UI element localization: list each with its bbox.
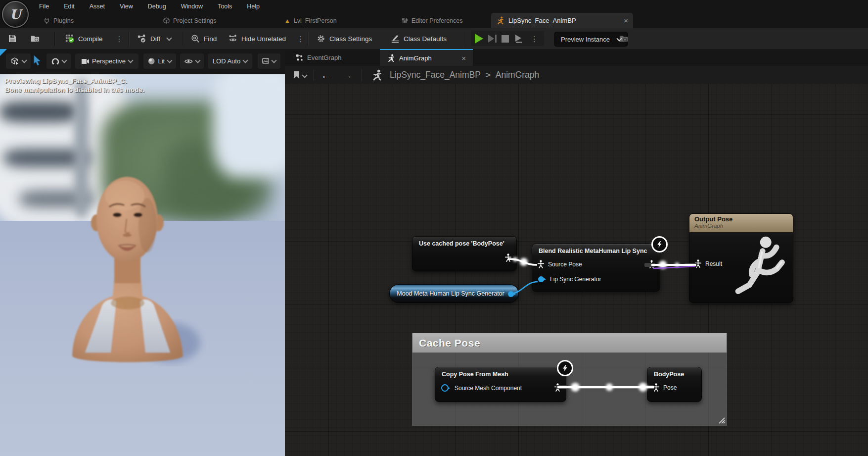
node-blend-metahuman-lipsync[interactable]: Blend Realistic MetaHuman Lip Sync Sourc… xyxy=(532,244,660,292)
node-subtitle: AnimGraph xyxy=(694,223,788,229)
show-flags-dropdown[interactable] xyxy=(180,53,204,69)
menu-window[interactable]: Window xyxy=(174,0,210,13)
breadcrumb-root[interactable]: LipSync_Face_AnimBP xyxy=(390,70,481,80)
lit-mode-dropdown[interactable]: Lit xyxy=(143,53,176,69)
perspective-dropdown[interactable]: Perspective xyxy=(75,53,138,69)
node-header: Output Pose AnimGraph xyxy=(689,214,793,232)
menu-tools[interactable]: Tools xyxy=(210,0,239,13)
toolbar-separator xyxy=(54,31,55,46)
node-copy-pose-from-mesh[interactable]: Copy Pose From Mesh Source Mesh Componen… xyxy=(435,367,566,402)
animgraph-canvas[interactable]: Cache Pose xyxy=(285,66,868,456)
browse-folder-icon xyxy=(619,34,628,43)
browse-button[interactable] xyxy=(31,28,40,49)
lod-dropdown[interactable]: LOD Auto xyxy=(208,53,252,69)
node-title: Use cached pose 'BodyPose' xyxy=(412,237,516,249)
tab-eventgraph[interactable]: EventGraph xyxy=(289,49,348,66)
viewport-render[interactable] xyxy=(0,74,285,456)
resize-handle[interactable] xyxy=(718,417,725,424)
menu-edit[interactable]: Edit xyxy=(56,0,82,13)
tab-lipsync-label: LipSync_Face_AnimBP xyxy=(508,17,620,24)
node-bodypose[interactable]: BodyPose Pose xyxy=(647,367,702,402)
diff-label: Diff xyxy=(150,35,160,43)
compile-options-icon[interactable]: ⋮ xyxy=(114,35,125,43)
menu-help[interactable]: Help xyxy=(239,0,267,13)
menu-debug[interactable]: Debug xyxy=(140,0,174,13)
tab-level[interactable]: ▲ Lvl_FirstPerson xyxy=(284,13,337,28)
result-input-pin[interactable]: Result xyxy=(694,259,722,268)
hide-unrelated-button[interactable]: Hide Unrelated ⋮ xyxy=(228,28,306,49)
node-use-cached-pose[interactable]: Use cached pose 'BodyPose' xyxy=(412,236,517,271)
tab-plugins[interactable]: Plugins xyxy=(44,13,74,28)
tab-lipsync-face-animbp[interactable]: LipSync_Face_AnimBP × xyxy=(491,13,633,28)
lipsync-generator-input-pin[interactable]: Lip Sync Generator xyxy=(538,276,601,283)
lod-label: LOD Auto xyxy=(213,57,240,65)
class-settings-button[interactable]: Class Settings xyxy=(317,28,372,49)
viewport-focus-indicator xyxy=(0,49,7,56)
stop-icon[interactable] xyxy=(502,35,509,43)
tab-close-icon[interactable]: × xyxy=(624,17,628,24)
plug-icon xyxy=(44,17,50,24)
diff-button[interactable]: Diff xyxy=(137,28,171,49)
source-pose-input-pin[interactable]: Source Pose xyxy=(537,260,582,268)
lit-sphere-icon xyxy=(148,57,155,65)
viewport-overlay-line1: Previewing LipSync_Face_AnimBP_C. xyxy=(5,77,127,85)
preview-instance-dropdown[interactable]: Preview Instance xyxy=(554,32,628,47)
select-cursor-icon[interactable] xyxy=(33,55,42,68)
node-title: Copy Pose From Mesh xyxy=(435,367,566,379)
bookmark-icon[interactable] xyxy=(293,71,300,79)
node-output-pose[interactable]: Output Pose AnimGraph Result xyxy=(689,213,793,303)
eye-icon xyxy=(184,58,193,64)
play-icon[interactable] xyxy=(475,34,483,44)
find-icon xyxy=(191,34,200,43)
chevron-down-icon xyxy=(166,35,172,41)
toolbar-separator xyxy=(129,31,129,46)
tab-project-settings[interactable]: Project Settings xyxy=(163,13,217,28)
preview-viewport[interactable]: Previewing LipSync_Face_AnimBP_C. Bone m… xyxy=(0,49,285,456)
breadcrumb-current[interactable]: AnimGraph xyxy=(496,70,540,80)
mannequin-figure xyxy=(726,235,791,300)
browse-preview-button[interactable] xyxy=(619,28,628,49)
pose-output-pin[interactable] xyxy=(554,383,561,392)
menu-asset[interactable]: Asset xyxy=(82,0,112,13)
object-output-pin[interactable] xyxy=(508,291,514,297)
pose-pin-icon xyxy=(648,260,655,268)
save-button[interactable] xyxy=(8,28,17,49)
save-icon xyxy=(8,34,17,43)
play-to-end-icon[interactable] xyxy=(514,34,524,44)
rotate-tool-button[interactable] xyxy=(46,53,71,69)
menu-file[interactable]: File xyxy=(32,0,56,13)
browse-folder-icon xyxy=(31,34,40,43)
screenshot-dropdown[interactable] xyxy=(258,53,280,69)
tab-editor-preferences-label: Editor Preferences xyxy=(411,17,463,24)
menu-view[interactable]: View xyxy=(112,0,140,13)
pencil-icon xyxy=(391,34,400,43)
step-forward-icon[interactable] xyxy=(488,35,497,43)
pose-pin-icon xyxy=(554,383,561,392)
unreal-logo-icon[interactable]: U xyxy=(2,1,29,28)
pose-output-pin[interactable] xyxy=(648,260,655,268)
graph-tab-strip: EventGraph AnimGraph × xyxy=(285,49,868,66)
comment-header[interactable]: Cache Pose xyxy=(412,333,727,353)
tab-plugins-label: Plugins xyxy=(53,17,74,24)
preview-instance-label: Preview Instance xyxy=(561,36,610,43)
viewport-options-button[interactable] xyxy=(6,53,31,69)
class-defaults-button[interactable]: Class Defaults xyxy=(391,28,447,49)
node-mood-lipsync-generator[interactable]: Mood Meta Human Lip Sync Generator xyxy=(389,284,519,303)
find-button[interactable]: Find xyxy=(191,28,217,49)
source-mesh-input-pin[interactable]: Source Mesh Component xyxy=(441,384,522,392)
play-options-icon[interactable]: ⋮ xyxy=(529,35,540,43)
pose-input-pin[interactable]: Pose xyxy=(652,383,677,392)
forward-arrow-icon[interactable]: → xyxy=(342,70,353,80)
toolbar-separator xyxy=(308,31,308,46)
tab-animgraph[interactable]: AnimGraph × xyxy=(380,49,473,66)
tab-editor-preferences[interactable]: Editor Preferences xyxy=(402,13,463,28)
toolbar-separator xyxy=(463,31,463,46)
pose-output-pin[interactable] xyxy=(504,253,512,262)
node-title: BodyPose xyxy=(647,367,701,379)
chevron-down-icon[interactable] xyxy=(302,72,307,78)
tab-close-icon[interactable]: × xyxy=(461,54,466,62)
hide-unrelated-options-icon[interactable]: ⋮ xyxy=(295,35,306,43)
compile-button[interactable]: Compile ⋮ xyxy=(65,28,125,49)
back-arrow-icon[interactable]: ← xyxy=(321,70,331,80)
breadcrumb-runner-icon xyxy=(371,69,383,81)
